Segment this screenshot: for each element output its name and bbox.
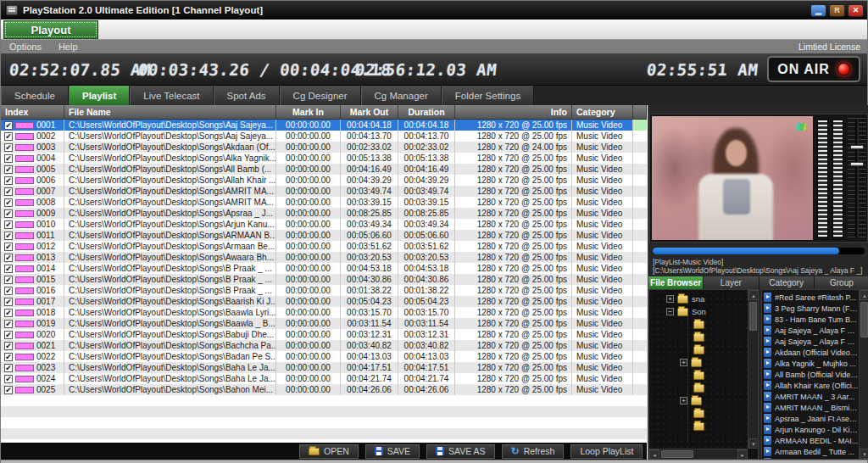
tab-cg-designer[interactable]: Cg Designer [280, 86, 361, 105]
file-item[interactable]: Arjun Kanungo - Dil Kis... [764, 424, 859, 435]
browser-tab-file-browser[interactable]: File Browser [648, 276, 704, 289]
file-item[interactable]: Aaj Sajeya _ Alaya F _ ... [764, 325, 859, 336]
browser-tab-layer[interactable]: Layer [704, 276, 759, 289]
row-checkbox[interactable]: ✔ [4, 320, 13, 328]
table-row[interactable]: ✔0021C:\Users\WorldOfPlayout\Desktop\Son… [1, 340, 647, 351]
row-checkbox[interactable]: ✔ [4, 276, 13, 284]
tab-playlist[interactable]: Playlist [69, 86, 130, 105]
tab-live-telecast[interactable]: Live Telecast [130, 86, 213, 105]
row-checkbox[interactable]: ✔ [4, 121, 13, 130]
table-row[interactable]: ✔0015C:\Users\WorldOfPlayout\Desktop\Son… [1, 274, 647, 285]
table-row[interactable]: ✔0006C:\Users\WorldOfPlayout\Desktop\Son… [1, 175, 647, 186]
fader-handle[interactable] [850, 145, 864, 149]
file-item[interactable]: 83 - Ham Bane Tum B... [764, 314, 859, 325]
tree-expander-icon[interactable]: + [680, 397, 687, 404]
table-row[interactable]: ✔0002C:\Users\WorldOfPlayout\Desktop\Son… [1, 131, 647, 142]
menu-help[interactable]: Help [50, 42, 86, 52]
table-row[interactable]: ✔0016C:\Users\WorldOfPlayout\Desktop\Son… [1, 285, 647, 296]
column-header-mark-out[interactable]: Mark Out [341, 105, 398, 119]
table-row[interactable]: ✔0012C:\Users\WorldOfPlayout\Desktop\Son… [1, 241, 647, 252]
row-checkbox[interactable]: ✔ [4, 254, 13, 262]
table-row[interactable]: ✔0004C:\Users\WorldOfPlayout\Desktop\Son… [1, 153, 647, 164]
playout-button[interactable]: Playout [3, 20, 98, 39]
open-button[interactable]: OPEN [299, 444, 359, 459]
row-checkbox[interactable]: ✔ [4, 220, 13, 229]
seek-bar[interactable] [653, 248, 865, 254]
tab-cg-manager[interactable]: Cg Manager [361, 86, 442, 105]
file-item[interactable]: Alka Yagnik _ Mujhko ... [764, 358, 859, 369]
column-header-info[interactable]: Info [455, 105, 572, 119]
file-item[interactable]: Akdaan (Official Video)... [764, 347, 859, 358]
file-item[interactable]: AMRIT MAAN _ Bismill... [764, 402, 859, 413]
column-header-file-name[interactable]: File Name [64, 105, 276, 119]
tree-folder-row[interactable]: −Son [666, 306, 706, 317]
scroll-up-arrow[interactable]: ▲ [860, 290, 868, 300]
table-row[interactable]: ✔0022C:\Users\WorldOfPlayout\Desktop\Son… [1, 351, 647, 362]
table-row[interactable]: ✔0019C:\Users\WorldOfPlayout\Desktop\Son… [1, 318, 647, 329]
file-item[interactable]: #Red Saree #Ritesh P... [764, 292, 859, 303]
fader-handle[interactable] [850, 162, 864, 166]
row-checkbox[interactable]: ✔ [4, 298, 13, 306]
loop-playlist-button[interactable]: Loop PlayList [570, 444, 643, 459]
row-checkbox[interactable]: ✔ [4, 165, 13, 174]
scrollbar-thumb[interactable] [860, 302, 868, 337]
tree-expander-icon[interactable]: + [680, 359, 687, 366]
table-row[interactable]: ✔0001C:\Users\WorldOfPlayout\Desktop\Son… [1, 120, 647, 131]
tree-folder-row[interactable]: + [680, 357, 702, 368]
row-checkbox[interactable]: ✔ [4, 342, 13, 350]
file-item[interactable]: ARMAAN BEDIL - MAI... [764, 435, 859, 446]
table-row[interactable]: ✔0023C:\Users\WorldOfPlayout\Desktop\Son… [1, 362, 647, 373]
row-checkbox[interactable]: ✔ [4, 287, 13, 295]
row-checkbox[interactable]: ✔ [4, 132, 13, 141]
row-checkbox[interactable]: ✔ [4, 154, 13, 163]
files-vertical-scrollbar[interactable]: ▲ ▼ [859, 290, 868, 459]
refresh-button[interactable]: ↻Refresh [502, 444, 565, 459]
row-checkbox[interactable]: ✔ [4, 243, 13, 251]
table-row[interactable]: ✔0008C:\Users\WorldOfPlayout\Desktop\Son… [1, 197, 647, 208]
tree-folder-row[interactable] [693, 332, 704, 343]
tree-folder-row[interactable] [693, 319, 704, 330]
table-row[interactable]: ✔0025C:\Users\WorldOfPlayout\Desktop\Son… [1, 384, 647, 395]
row-checkbox[interactable]: ✔ [4, 176, 13, 185]
file-item[interactable]: Awaara Bhanware _ D... [764, 457, 859, 460]
tree-folder-row[interactable]: + [680, 395, 702, 406]
row-checkbox[interactable]: ✔ [4, 209, 13, 218]
column-header-mark-in[interactable]: Mark In [276, 105, 341, 119]
row-checkbox[interactable]: ✔ [4, 232, 13, 240]
row-checkbox[interactable]: ✔ [4, 375, 13, 383]
column-header-duration[interactable]: Duration [398, 105, 455, 119]
scroll-down-arrow[interactable]: ▼ [860, 449, 868, 459]
table-row[interactable]: ✔0009C:\Users\WorldOfPlayout\Desktop\Son… [1, 208, 647, 219]
column-header-index[interactable]: Index [1, 105, 64, 119]
file-item[interactable]: All Bamb (Official Video... [764, 369, 859, 380]
tab-schedule[interactable]: Schedule [1, 86, 69, 105]
scroll-up-arrow[interactable]: ▲ [748, 290, 759, 300]
browser-tab-category[interactable]: Category [760, 276, 815, 289]
table-row[interactable]: ✔0003C:\Users\WorldOfPlayout\Desktop\Son… [1, 142, 647, 153]
tree-folder-row[interactable] [693, 421, 704, 432]
tree-folder-row[interactable]: +sna [666, 293, 704, 304]
tree-horizontal-scrollbar[interactable]: ◄ ► [649, 449, 748, 459]
row-checkbox[interactable]: ✔ [4, 331, 13, 339]
tree-folder-row[interactable] [693, 344, 704, 355]
table-row[interactable]: ✔0010C:\Users\WorldOfPlayout\Desktop\Son… [1, 219, 647, 230]
tab-spot-ads[interactable]: Spot Ads [214, 86, 280, 105]
volume-fader[interactable] [848, 118, 866, 240]
table-row[interactable]: ✔0005C:\Users\WorldOfPlayout\Desktop\Son… [1, 164, 647, 175]
file-item[interactable]: 3 Peg Sharry Mann (Fu... [764, 303, 859, 314]
file-item[interactable]: Apsraa _ Jaani Ft Asee... [764, 413, 859, 424]
tree-folder-row[interactable] [693, 408, 704, 419]
file-item[interactable]: Aaj Sajeya _ Alaya F _ ... [764, 336, 859, 347]
file-item[interactable]: AMRIT MAAN _ 3 Aar... [764, 391, 859, 402]
table-row[interactable]: ✔0018C:\Users\WorldOfPlayout\Desktop\Son… [1, 307, 647, 318]
row-checkbox[interactable]: ✔ [4, 187, 13, 196]
table-row[interactable]: ✔0017C:\Users\WorldOfPlayout\Desktop\Son… [1, 296, 647, 307]
table-row[interactable]: ✔0011C:\Users\WorldOfPlayout\Desktop\Son… [1, 230, 647, 241]
close-button[interactable]: ✕ [848, 4, 864, 17]
tree-expander-icon[interactable]: + [666, 295, 674, 303]
tree-vertical-scrollbar[interactable]: ▲ ▼ [748, 290, 758, 449]
scroll-down-arrow[interactable]: ▼ [748, 438, 759, 449]
tree-expander-icon[interactable]: − [666, 308, 674, 315]
table-row[interactable]: ✔0014C:\Users\WorldOfPlayout\Desktop\Son… [1, 263, 647, 274]
browser-tab-group[interactable]: Group [815, 276, 868, 289]
